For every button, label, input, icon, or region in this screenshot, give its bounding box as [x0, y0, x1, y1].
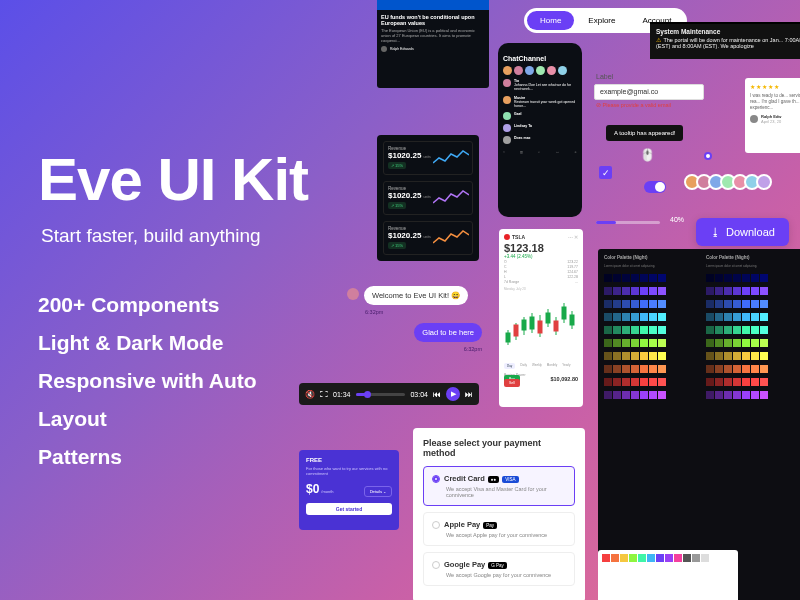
- swatch[interactable]: [620, 554, 628, 562]
- swatch[interactable]: [724, 391, 732, 399]
- swatch[interactable]: [613, 300, 621, 308]
- swatch[interactable]: [715, 365, 723, 373]
- radio-button[interactable]: [704, 152, 712, 160]
- swatch[interactable]: [742, 274, 750, 282]
- avatar[interactable]: [503, 112, 511, 120]
- tsla-range-tab[interactable]: Weekly: [532, 363, 542, 369]
- swatch[interactable]: [649, 313, 657, 321]
- swatch[interactable]: [640, 287, 648, 295]
- swatch[interactable]: [604, 378, 612, 386]
- swatch[interactable]: [751, 339, 759, 347]
- checkbox[interactable]: ✓: [599, 166, 612, 179]
- swatch[interactable]: [640, 352, 648, 360]
- article-card[interactable]: EU funds won't be conditional upon Europ…: [377, 0, 489, 88]
- swatch[interactable]: [622, 391, 630, 399]
- avatar[interactable]: [503, 96, 511, 104]
- tab-search-icon[interactable]: ⌕: [538, 150, 540, 154]
- swatch[interactable]: [760, 287, 768, 295]
- swatch[interactable]: [733, 339, 741, 347]
- swatch[interactable]: [751, 391, 759, 399]
- swatch[interactable]: [613, 326, 621, 334]
- prev-icon[interactable]: ⏮: [433, 390, 441, 399]
- avatar[interactable]: [503, 79, 511, 87]
- swatch[interactable]: [674, 554, 682, 562]
- swatch[interactable]: [631, 313, 639, 321]
- tab-wallet-icon[interactable]: ▭: [556, 150, 559, 154]
- swatch[interactable]: [658, 287, 666, 295]
- swatch[interactable]: [656, 554, 664, 562]
- avatar[interactable]: [536, 66, 545, 75]
- swatch[interactable]: [604, 313, 612, 321]
- swatch[interactable]: [613, 339, 621, 347]
- swatch[interactable]: [604, 391, 612, 399]
- swatch[interactable]: [613, 274, 621, 282]
- swatch[interactable]: [733, 326, 741, 334]
- swatch[interactable]: [715, 352, 723, 360]
- swatch[interactable]: [733, 274, 741, 282]
- tsla-range-tab[interactable]: Day: [504, 363, 515, 369]
- swatch[interactable]: [622, 313, 630, 321]
- swatch[interactable]: [706, 365, 714, 373]
- swatch[interactable]: [760, 313, 768, 321]
- swatch[interactable]: [622, 300, 630, 308]
- swatch[interactable]: [631, 339, 639, 347]
- swatch[interactable]: [631, 274, 639, 282]
- avatar[interactable]: [558, 66, 567, 75]
- swatch[interactable]: [692, 554, 700, 562]
- swatch[interactable]: [760, 391, 768, 399]
- swatch[interactable]: [683, 554, 691, 562]
- swatch[interactable]: [724, 352, 732, 360]
- swatch[interactable]: [649, 326, 657, 334]
- swatch[interactable]: [631, 391, 639, 399]
- avatar[interactable]: [503, 136, 511, 144]
- swatch[interactable]: [604, 352, 612, 360]
- tsla-range-tab[interactable]: Monthly: [547, 363, 558, 369]
- swatch[interactable]: [640, 274, 648, 282]
- payment-option[interactable]: Credit Card●●VISAWe accept Visa and Mast…: [423, 466, 575, 506]
- swatch[interactable]: [724, 300, 732, 308]
- swatch[interactable]: [649, 287, 657, 295]
- swatch[interactable]: [715, 274, 723, 282]
- swatch[interactable]: [751, 287, 759, 295]
- swatch[interactable]: [742, 287, 750, 295]
- swatch[interactable]: [760, 339, 768, 347]
- next-icon[interactable]: ⏭: [465, 390, 473, 399]
- swatch[interactable]: [706, 352, 714, 360]
- swatch[interactable]: [631, 287, 639, 295]
- swatch[interactable]: [715, 326, 723, 334]
- swatch[interactable]: [715, 391, 723, 399]
- swatch[interactable]: [649, 274, 657, 282]
- swatch[interactable]: [649, 339, 657, 347]
- nav-home[interactable]: Home: [527, 11, 574, 30]
- tsla-range-tab[interactable]: Yearly: [562, 363, 570, 369]
- swatch[interactable]: [742, 352, 750, 360]
- swatch[interactable]: [751, 326, 759, 334]
- swatch[interactable]: [733, 287, 741, 295]
- swatch[interactable]: [604, 339, 612, 347]
- swatch[interactable]: [622, 287, 630, 295]
- swatch[interactable]: [760, 365, 768, 373]
- tab-pay-icon[interactable]: ▥: [520, 150, 523, 154]
- tab-home-icon[interactable]: ⌂: [503, 150, 505, 154]
- swatch[interactable]: [613, 287, 621, 295]
- play-button[interactable]: ▶: [446, 387, 460, 401]
- swatch[interactable]: [706, 326, 714, 334]
- swatch[interactable]: [742, 313, 750, 321]
- swatch[interactable]: [760, 274, 768, 282]
- swatch[interactable]: [640, 365, 648, 373]
- swatch[interactable]: [751, 352, 759, 360]
- audio-seek[interactable]: [356, 393, 406, 396]
- swatch[interactable]: [742, 378, 750, 386]
- swatch[interactable]: [724, 287, 732, 295]
- avatar[interactable]: [503, 124, 511, 132]
- swatch[interactable]: [715, 313, 723, 321]
- swatch[interactable]: [751, 378, 759, 386]
- swatch[interactable]: [751, 274, 759, 282]
- swatch[interactable]: [649, 391, 657, 399]
- swatch[interactable]: [715, 300, 723, 308]
- avatar[interactable]: [525, 66, 534, 75]
- swatch[interactable]: [613, 391, 621, 399]
- swatch[interactable]: [604, 326, 612, 334]
- swatch[interactable]: [665, 554, 673, 562]
- swatch[interactable]: [631, 300, 639, 308]
